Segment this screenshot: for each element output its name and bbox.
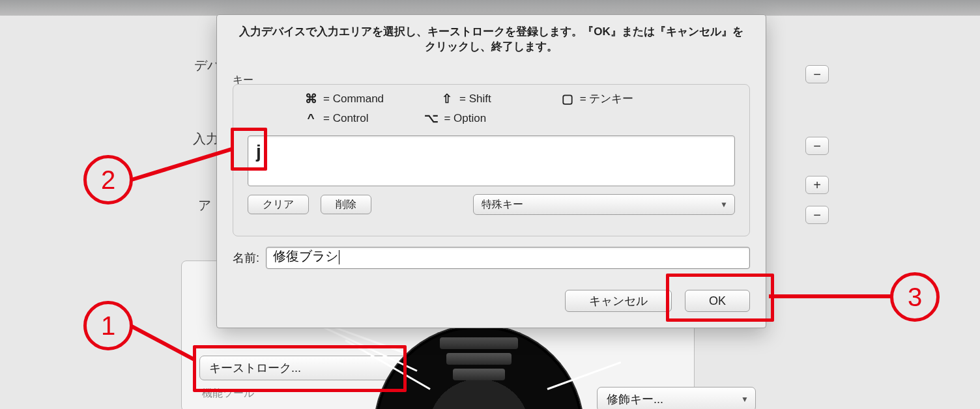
dialog-instruction: 入力デバイスで入力エリアを選択し、キーストロークを登録します。『OK』または『キ…	[237, 24, 746, 54]
clear-button[interactable]: クリア	[248, 195, 309, 214]
option-icon: ⌥	[424, 111, 439, 126]
name-label: 名前:	[233, 250, 259, 266]
bg-minus-button-3[interactable]: −	[805, 206, 829, 224]
name-value: 修復ブラシ	[273, 249, 338, 263]
legend-row-1: ⌘ = Command ⇧ = Shift ▢ = テンキー	[304, 91, 633, 106]
key-buttons-row: クリア 削除 特殊キー ▼	[248, 194, 735, 215]
legend-command: ⌘ = Command	[304, 91, 384, 106]
name-input[interactable]: 修復ブラシ	[266, 247, 750, 269]
legend-command-text: = Command	[323, 92, 384, 106]
chevron-down-icon: ▼	[741, 395, 749, 404]
legend-tenkey-text: = テンキー	[580, 91, 634, 106]
keystroke-value: j	[256, 141, 261, 162]
special-keys-dropdown[interactable]: 特殊キー ▼	[473, 194, 735, 215]
bg-minus-button-1[interactable]: −	[805, 65, 829, 83]
cancel-button[interactable]: キャンセル	[565, 290, 672, 312]
bg-blurred-label: 機能ツール	[202, 387, 254, 401]
annotation-callout-2: 2	[83, 155, 133, 204]
legend-shift-text: = Shift	[459, 92, 491, 106]
legend-control: ^ = Control	[304, 111, 368, 126]
stage: デバイス 入力 ア − − + − キーストローク... ▼ 機能ツール 修飾キ…	[0, 0, 980, 409]
ok-button[interactable]: OK	[685, 290, 750, 312]
keystroke-dialog: 入力デバイスで入力エリアを選択し、キーストロークを登録します。『OK』または『キ…	[216, 14, 766, 328]
modifier-dropdown[interactable]: 修飾キー... ▼	[597, 387, 756, 409]
bg-plus-button[interactable]: +	[805, 176, 829, 194]
key-group: ⌘ = Command ⇧ = Shift ▢ = テンキー ^ = Contr…	[233, 84, 750, 236]
bg-label-input: 入力	[193, 130, 219, 148]
legend-shift: ⇧ = Shift	[440, 91, 491, 106]
annotation-callout-1: 1	[83, 301, 133, 350]
text-caret	[339, 250, 339, 264]
command-icon: ⌘	[304, 91, 318, 106]
legend-option: ⌥ = Option	[424, 111, 486, 126]
special-keys-label: 特殊キー	[482, 198, 523, 212]
legend-option-text: = Option	[444, 112, 486, 125]
legend-row-2: ^ = Control ⌥ = Option	[304, 111, 486, 126]
shift-icon: ⇧	[440, 91, 454, 106]
delete-button[interactable]: 削除	[321, 195, 371, 214]
bg-label-app: ア	[198, 197, 211, 214]
annotation-line-3	[769, 294, 891, 298]
legend-control-text: = Control	[323, 112, 368, 125]
legend-tenkey: ▢ = テンキー	[560, 91, 634, 106]
name-row: 名前: 修復ブラシ	[233, 247, 750, 269]
dialog-actions: キャンセル OK	[565, 290, 750, 312]
bg-minus-button-2[interactable]: −	[805, 137, 829, 155]
tenkey-icon: ▢	[560, 91, 575, 106]
keystroke-input[interactable]: j	[248, 135, 735, 186]
keystroke-dropdown-label: キーストローク...	[209, 360, 301, 376]
annotation-callout-3: 3	[890, 272, 940, 322]
modifier-dropdown-label: 修飾キー...	[607, 391, 663, 407]
control-icon: ^	[304, 111, 318, 126]
chevron-down-icon: ▼	[720, 200, 728, 209]
